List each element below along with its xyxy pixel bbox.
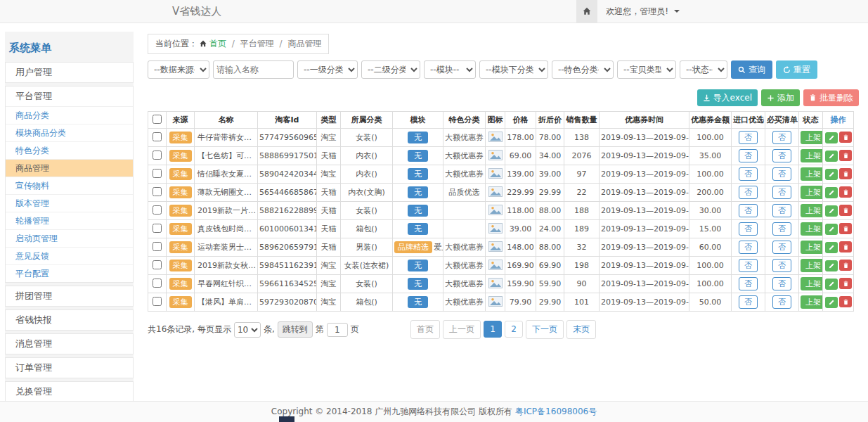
- row-checkbox[interactable]: [153, 279, 162, 288]
- sidebar-item-exchange-management[interactable]: 兑换管理: [6, 382, 133, 401]
- item-type-select[interactable]: --宝贝类型--: [617, 60, 676, 79]
- home-button[interactable]: [576, 0, 597, 23]
- import-select-toggle[interactable]: 否: [739, 259, 758, 272]
- page-button-page-1[interactable]: 1: [484, 321, 502, 338]
- breadcrumb-home-link[interactable]: 首页: [209, 39, 226, 49]
- import-select-toggle[interactable]: 否: [739, 222, 758, 236]
- row-checkbox[interactable]: [153, 151, 162, 160]
- row-checkbox[interactable]: [153, 242, 162, 251]
- edit-button[interactable]: [825, 169, 838, 180]
- page-button-next-page[interactable]: 下一页: [526, 320, 564, 339]
- import-select-toggle[interactable]: 否: [739, 167, 758, 181]
- row-checkbox[interactable]: [153, 169, 162, 178]
- must-buy-toggle[interactable]: 否: [772, 186, 791, 199]
- status-button[interactable]: 上架: [801, 241, 823, 254]
- row-checkbox[interactable]: [153, 224, 162, 233]
- status-button[interactable]: 上架: [801, 259, 823, 272]
- sidebar-subitem-module-goods-category[interactable]: 模块商品分类: [6, 124, 133, 141]
- sidebar-item-user-management[interactable]: 用户管理: [6, 63, 133, 82]
- status-button[interactable]: 上架: [801, 222, 823, 236]
- delete-button[interactable]: [839, 150, 852, 161]
- sidebar-item-groupbuy-management[interactable]: 拼团管理: [6, 286, 133, 306]
- delete-button[interactable]: [839, 168, 852, 179]
- delete-button[interactable]: [839, 205, 852, 216]
- edit-button[interactable]: [825, 279, 838, 290]
- add-button[interactable]: 添加: [761, 89, 800, 106]
- breadcrumb-platform-link[interactable]: 平台管理: [240, 39, 274, 49]
- import-select-toggle[interactable]: 否: [739, 186, 758, 199]
- name-input[interactable]: [213, 60, 294, 79]
- status-button[interactable]: 上架: [801, 277, 823, 290]
- row-checkbox[interactable]: [153, 297, 162, 306]
- edit-button[interactable]: [825, 260, 838, 271]
- edit-button[interactable]: [825, 205, 838, 217]
- sidebar-subitem-goods-management[interactable]: 商品管理: [6, 159, 133, 177]
- row-checkbox[interactable]: [153, 187, 162, 196]
- import-select-toggle[interactable]: 否: [739, 204, 758, 217]
- sidebar-item-message-management[interactable]: 消息管理: [6, 334, 133, 354]
- sidebar-item-platform-management[interactable]: 平台管理: [6, 87, 133, 106]
- sidebar-subitem-version-management[interactable]: 版本管理: [6, 194, 133, 212]
- status-button[interactable]: 上架: [801, 204, 823, 217]
- must-buy-toggle[interactable]: 否: [772, 167, 791, 181]
- sidebar-subitem-promo-material[interactable]: 宣传物料: [6, 177, 133, 194]
- import-select-toggle[interactable]: 否: [739, 295, 758, 309]
- status-button[interactable]: 上架: [801, 295, 823, 309]
- status-button[interactable]: 上架: [801, 167, 823, 181]
- sidebar-subitem-feature-category[interactable]: 特色分类: [6, 141, 133, 159]
- user-menu[interactable]: 欢迎您，管理员!: [606, 6, 680, 18]
- level2-category-select[interactable]: --二级分类--: [361, 60, 420, 79]
- level1-category-select[interactable]: --一级分类--: [297, 60, 358, 79]
- status-button[interactable]: 上架: [801, 131, 823, 144]
- sidebar-subitem-splash-page-management[interactable]: 启动页管理: [6, 229, 133, 247]
- must-buy-toggle[interactable]: 否: [772, 277, 791, 290]
- edit-button[interactable]: [825, 242, 838, 253]
- delete-button[interactable]: [839, 186, 852, 198]
- status-button[interactable]: 上架: [801, 149, 823, 162]
- data-source-select[interactable]: --数据来源--: [148, 60, 209, 79]
- import-select-toggle[interactable]: 否: [739, 131, 758, 144]
- sidebar-subitem-carousel-management[interactable]: 轮播管理: [6, 212, 133, 229]
- edit-button[interactable]: [825, 224, 838, 235]
- delete-button[interactable]: [839, 278, 852, 289]
- edit-button[interactable]: [825, 297, 838, 308]
- page-button-first-page[interactable]: 首页: [410, 320, 440, 339]
- batch-delete-button[interactable]: 批量删除: [803, 89, 859, 106]
- reset-button[interactable]: 重置: [776, 60, 817, 79]
- status-select[interactable]: --状态--: [680, 60, 727, 79]
- page-button-page-2[interactable]: 2: [505, 321, 523, 338]
- must-buy-toggle[interactable]: 否: [772, 222, 791, 236]
- must-buy-toggle[interactable]: 否: [772, 149, 791, 162]
- must-buy-toggle[interactable]: 否: [772, 131, 791, 144]
- edit-button[interactable]: [825, 187, 838, 198]
- select-all-checkbox[interactable]: [153, 115, 162, 124]
- must-buy-toggle[interactable]: 否: [772, 204, 791, 217]
- module-select[interactable]: --模块--: [424, 60, 476, 79]
- status-button[interactable]: 上架: [801, 186, 823, 199]
- delete-button[interactable]: [839, 296, 852, 307]
- delete-button[interactable]: [839, 132, 852, 143]
- module-subcategory-select[interactable]: --模块下分类--: [479, 60, 548, 79]
- import-select-toggle[interactable]: 否: [739, 149, 758, 162]
- page-button-prev-page[interactable]: 上一页: [443, 320, 481, 339]
- row-checkbox[interactable]: [153, 260, 162, 269]
- edit-button[interactable]: [825, 151, 838, 162]
- must-buy-toggle[interactable]: 否: [772, 295, 791, 309]
- sidebar-subitem-platform-config[interactable]: 平台配置: [6, 264, 133, 282]
- row-checkbox[interactable]: [153, 132, 162, 141]
- delete-button[interactable]: [839, 223, 852, 234]
- sidebar-item-order-management[interactable]: 订单管理: [6, 358, 133, 378]
- search-button[interactable]: 查询: [731, 60, 772, 79]
- delete-button[interactable]: [839, 241, 852, 252]
- sidebar-item-saving-express[interactable]: 省钱快报: [6, 310, 133, 330]
- edit-button[interactable]: [825, 132, 838, 143]
- must-buy-toggle[interactable]: 否: [772, 259, 791, 272]
- row-checkbox[interactable]: [153, 205, 162, 215]
- page-button-last-page[interactable]: 末页: [566, 320, 596, 339]
- must-buy-toggle[interactable]: 否: [772, 241, 791, 254]
- feature-category-select[interactable]: --特色分类--: [552, 60, 614, 79]
- import-select-toggle[interactable]: 否: [739, 277, 758, 290]
- import-excel-button[interactable]: 导入excel: [697, 89, 758, 106]
- delete-button[interactable]: [839, 260, 852, 271]
- import-select-toggle[interactable]: 否: [739, 241, 758, 254]
